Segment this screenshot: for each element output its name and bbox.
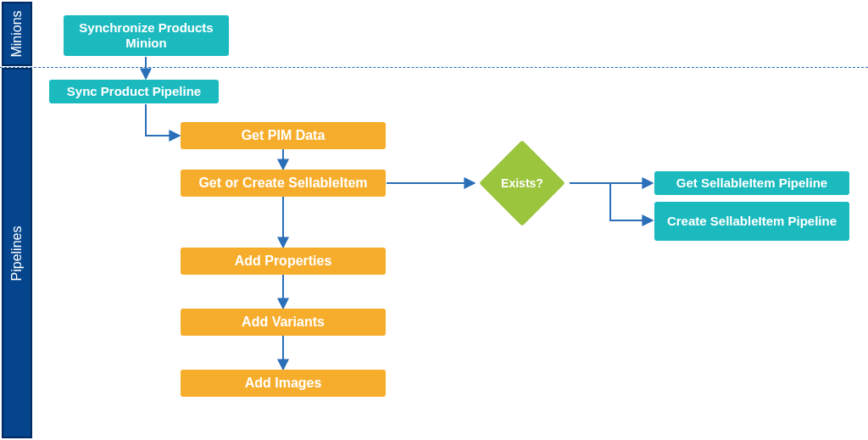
swimlane-pipelines: Pipelines bbox=[2, 68, 32, 438]
node-decision-exists: Exists? bbox=[492, 153, 553, 214]
swimlane-minions: Minions bbox=[2, 2, 32, 66]
node-create-sellableitem-pipeline: Create SellableItem Pipeline bbox=[654, 202, 849, 241]
node-sync-product-pipeline: Sync Product Pipeline bbox=[49, 80, 219, 103]
node-add-properties: Add Properties bbox=[181, 248, 386, 275]
node-get-sellableitem-pipeline: Get SellableItem Pipeline bbox=[654, 171, 849, 195]
swimlane-minions-label: Minions bbox=[9, 10, 25, 57]
node-decision-exists-label: Exists? bbox=[501, 176, 543, 190]
node-get-pim-data: Get PIM Data bbox=[181, 122, 386, 149]
swimlane-pipelines-label: Pipelines bbox=[9, 226, 25, 281]
lane-divider bbox=[0, 67, 868, 68]
node-get-or-create-sellableitem: Get or Create SellableItem bbox=[181, 170, 386, 197]
node-add-images: Add Images bbox=[181, 370, 386, 397]
node-add-variants: Add Variants bbox=[181, 309, 386, 336]
node-sync-products-minion: Synchronize Products Minion bbox=[64, 15, 229, 56]
diagram-stage: Minions Pipelines Synchronize Products M bbox=[0, 0, 868, 440]
